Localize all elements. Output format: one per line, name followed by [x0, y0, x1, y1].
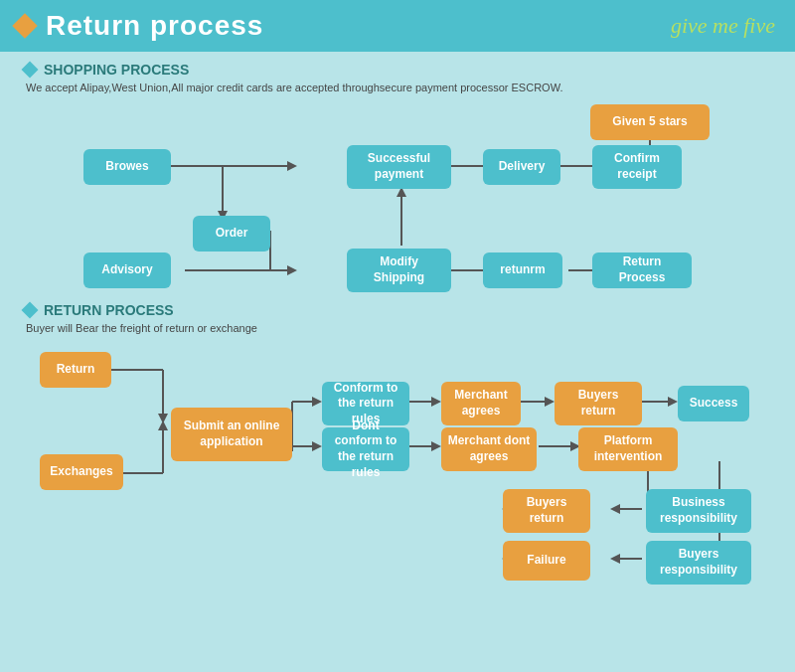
svg-marker-5: [287, 265, 297, 275]
success-box: Success: [678, 386, 749, 421]
merchant-dont-box: Merchant dont agrees: [441, 427, 537, 471]
returnm-box: retunrm: [483, 252, 562, 288]
exchanges-box: Exchanges: [40, 454, 123, 490]
delivery-box: Delivery: [483, 149, 560, 185]
submit-online-box: Submit an online application: [171, 408, 292, 461]
return-box: Return: [40, 352, 111, 388]
shopping-section-title: SHOPPING PROCESS: [24, 62, 771, 78]
buyers-return-2-box: Buyers return: [503, 489, 590, 533]
confirm-receipt-box: Confirm receipt: [592, 145, 682, 189]
buyers-responsibility-box: Buyers responsibility: [646, 541, 751, 585]
header-title: Return process: [46, 10, 263, 42]
given-5-stars-box: Given 5 stars: [590, 104, 710, 140]
svg-marker-23: [158, 414, 168, 423]
section-diamond-2-icon: [22, 302, 39, 319]
platform-intervention-box: Platform intervention: [578, 427, 678, 471]
buyers-return-1-box: Buyers return: [555, 382, 642, 425]
svg-marker-31: [312, 441, 322, 451]
dont-conform-box: Dont conform to the return rules: [322, 427, 409, 471]
header-logo: give me five: [671, 13, 775, 39]
return-flow: Return Exchanges Submit an online applic…: [24, 342, 771, 620]
shopping-subtitle: We accept Alipay,West Union,All major cr…: [26, 82, 771, 93]
modify-shipping-box: Modify Shipping: [347, 249, 451, 292]
shopping-flow: Given 5 stars Browes Successful payment …: [24, 101, 771, 300]
header: Return process give me five: [0, 0, 795, 52]
svg-marker-28: [312, 397, 322, 407]
successful-payment-box: Successful payment: [347, 145, 451, 189]
return-subtitle: Buyer will Bear the freight of return or…: [26, 322, 771, 334]
svg-marker-39: [431, 441, 441, 451]
advisory-box: Advisory: [83, 252, 171, 288]
svg-marker-44: [610, 504, 620, 514]
svg-marker-1: [287, 161, 297, 171]
business-responsibility-box: Business responsibility: [646, 489, 751, 533]
return-process-box: Return Process: [592, 252, 692, 288]
header-diamond-icon: [12, 13, 37, 38]
failure-box: Failure: [503, 541, 590, 581]
svg-marker-35: [545, 397, 555, 407]
svg-marker-37: [668, 397, 678, 407]
svg-marker-51: [610, 554, 620, 564]
svg-marker-26: [158, 420, 168, 430]
return-section-title: RETURN PROCESS: [24, 302, 771, 318]
section-diamond-icon: [22, 62, 39, 79]
merchant-agrees-box: Merchant agrees: [441, 382, 521, 425]
svg-marker-33: [431, 397, 441, 407]
browes-box: Browes: [83, 149, 171, 185]
order-box: Order: [193, 216, 270, 252]
